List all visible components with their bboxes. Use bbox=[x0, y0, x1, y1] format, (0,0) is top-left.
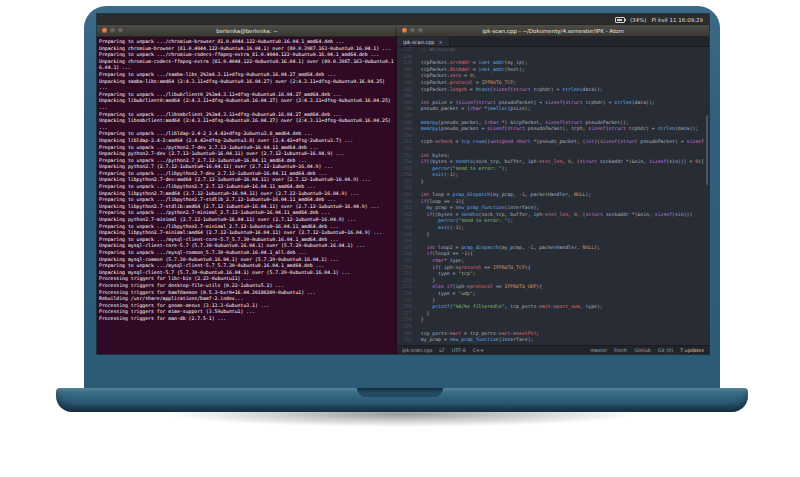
status-item[interactable]: UTF-8 bbox=[452, 348, 466, 353]
line-number: 345 bbox=[397, 100, 412, 107]
minimize-button[interactable] bbox=[410, 28, 415, 33]
close-button[interactable] bbox=[402, 28, 407, 33]
editor-code: // Whitescan tcpPacket.srcAddr = inet_ad… bbox=[415, 47, 709, 345]
editor-scrollbar[interactable] bbox=[706, 115, 708, 185]
status-item[interactable]: Git (0) bbox=[658, 348, 673, 353]
line-number: 349 bbox=[397, 126, 412, 133]
editor-tabbar: ipk-scan.cpp × bbox=[397, 37, 709, 47]
line-number: 363 bbox=[397, 218, 412, 225]
screen: (34%) Pi kvě 11 16:09:29 berlenka@berlen… bbox=[97, 14, 709, 354]
line-number: 374 bbox=[397, 291, 412, 298]
line-number: 368 bbox=[397, 251, 412, 258]
line-number: 365 bbox=[397, 232, 412, 239]
line-number: 340 bbox=[397, 67, 412, 74]
code-line: perror("send to error: "); bbox=[415, 166, 709, 173]
code-line: printf("%d/%s filtered\n", tcp_ports->ac… bbox=[415, 304, 709, 311]
line-number: 337 bbox=[397, 47, 412, 54]
maximize-button[interactable] bbox=[418, 28, 423, 33]
line-number: 342 bbox=[397, 80, 412, 87]
code-line bbox=[415, 54, 709, 61]
terminal-titlebar[interactable]: berlenka@berlenka: ~ bbox=[97, 25, 397, 37]
editor-titlebar[interactable]: ipk-scan.cpp - ~/Dokumenty/4.semester/IP… bbox=[397, 25, 709, 37]
line-number: 369 bbox=[397, 258, 412, 265]
line-number: 354 bbox=[397, 159, 412, 166]
editor-gutter: 3373383393403413423433443453463473483493… bbox=[397, 47, 415, 345]
battery-icon[interactable] bbox=[615, 17, 625, 23]
tab-label: ipk-scan.cpp bbox=[403, 39, 435, 45]
line-number: 343 bbox=[397, 87, 412, 94]
code-line bbox=[415, 146, 709, 153]
line-number: 347 bbox=[397, 113, 412, 120]
terminal-body[interactable]: Preparing to unpack .../chromium-browser… bbox=[97, 37, 397, 354]
status-item[interactable]: Fetch bbox=[614, 348, 627, 353]
code-line: int bytes; bbox=[415, 153, 709, 160]
code-line: my_pcap = new_pcap_function(interface); bbox=[415, 337, 709, 344]
code-line: int loop2 = pcap_dispatch(my_pcap, -1, p… bbox=[415, 245, 709, 252]
terminal-output: Preparing to unpack .../chromium-browser… bbox=[99, 39, 395, 323]
line-number: 355 bbox=[397, 166, 412, 173]
code-line: my_pcap = new_pcap_function(interface); bbox=[415, 205, 709, 212]
code-line: if(loop == -1){ bbox=[415, 199, 709, 206]
code-line bbox=[415, 238, 709, 245]
line-number: 351 bbox=[397, 139, 412, 146]
code-line: if((bytes = sendto(sock_tcp, buffer, iph… bbox=[415, 212, 709, 219]
laptop-base-notch bbox=[357, 388, 443, 397]
line-number: 366 bbox=[397, 238, 412, 245]
line-number: 373 bbox=[397, 284, 412, 291]
tab-close-icon[interactable]: × bbox=[439, 39, 443, 45]
code-line: } bbox=[415, 278, 709, 285]
editor-title: ipk-scan.cpp - ~/Dokumenty/4.semester/IP… bbox=[397, 25, 709, 37]
battery-indicator[interactable]: (34%) bbox=[630, 17, 647, 23]
status-item[interactable]: GitHub bbox=[634, 348, 651, 353]
status-item[interactable]: LF bbox=[439, 348, 444, 353]
clock-indicator[interactable]: Pi kvě 11 16:09:29 bbox=[652, 17, 704, 23]
code-line: memcpy(pseudo_packet + sizeof(struct pse… bbox=[415, 126, 709, 133]
line-number: 350 bbox=[397, 133, 412, 140]
line-number: 356 bbox=[397, 172, 412, 179]
line-number: 371 bbox=[397, 271, 412, 278]
status-item[interactable]: master bbox=[590, 348, 607, 353]
code-line: } bbox=[415, 311, 709, 318]
status-item[interactable]: ipk-scan.cpp bbox=[402, 348, 432, 353]
close-button[interactable] bbox=[102, 28, 107, 33]
terminal-window: berlenka@berlenka: ~ Preparing to unpack… bbox=[97, 25, 397, 354]
line-number: 381 bbox=[397, 337, 412, 344]
code-line: int loop = pcap_dispatch(my_pcap, -1, pa… bbox=[415, 192, 709, 199]
line-number: 339 bbox=[397, 60, 412, 67]
status-item[interactable]: C++ bbox=[473, 348, 484, 353]
code-line bbox=[415, 185, 709, 192]
code-line: exit(-1); bbox=[415, 172, 709, 179]
line-number: 346 bbox=[397, 106, 412, 113]
tab-ipk-scan[interactable]: ipk-scan.cpp × bbox=[397, 37, 450, 46]
line-number: 357 bbox=[397, 179, 412, 186]
line-number: 338 bbox=[397, 54, 412, 61]
code-line: memcpy(pseudo_packet, (char *) &tcpPacke… bbox=[415, 120, 709, 127]
code-line: pseudo_packet = (char *)malloc(psize); bbox=[415, 106, 709, 113]
window-buttons bbox=[402, 28, 423, 33]
maximize-button[interactable] bbox=[118, 28, 123, 33]
line-number: 375 bbox=[397, 298, 412, 305]
line-number: 379 bbox=[397, 324, 412, 331]
line-number: 341 bbox=[397, 73, 412, 80]
line-number: 378 bbox=[397, 317, 412, 324]
code-line: if( iph->protocol == IPPROTO_TCP){ bbox=[415, 265, 709, 272]
code-line: tcpPacket.length = htons(sizeof(struct t… bbox=[415, 87, 709, 94]
code-line: perror("send to error: "); bbox=[415, 218, 709, 225]
editor-pane[interactable]: 3373383393403413423433443453463473483493… bbox=[397, 47, 709, 345]
code-line: } bbox=[415, 317, 709, 324]
minimize-button[interactable] bbox=[110, 28, 115, 33]
code-line: if(loop2 == -1){ bbox=[415, 251, 709, 258]
line-number: 361 bbox=[397, 205, 412, 212]
line-number: 372 bbox=[397, 278, 412, 285]
code-line: tcpPacket.protocol = IPPROTO_TCP; bbox=[415, 80, 709, 87]
line-number: 370 bbox=[397, 265, 412, 272]
line-number: 376 bbox=[397, 304, 412, 311]
line-number: 359 bbox=[397, 192, 412, 199]
code-line: else if(iph->protocol == IPPROTO_UDP){ bbox=[415, 284, 709, 291]
updates-badge[interactable]: 7 updates bbox=[680, 348, 704, 353]
line-number: 360 bbox=[397, 199, 412, 206]
line-number: 380 bbox=[397, 331, 412, 338]
code-line: tcph->check = tcp_csum((unsigned short *… bbox=[415, 139, 709, 146]
code-line: tcp_ports->act = tcp_ports->act->nextPtr… bbox=[415, 331, 709, 338]
status-left: ipk-scan.cppLFUTF-8C++ bbox=[402, 348, 484, 353]
